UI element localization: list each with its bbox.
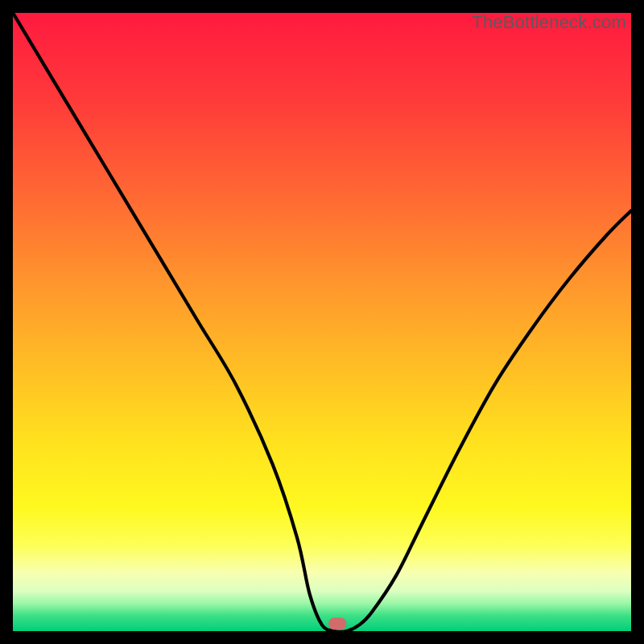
plot-area: TheBottleneck.com [13, 13, 631, 631]
chart-frame: TheBottleneck.com [0, 0, 644, 644]
watermark-text: TheBottleneck.com [472, 12, 626, 33]
optimum-marker [328, 617, 346, 630]
gradient-background [13, 13, 631, 631]
